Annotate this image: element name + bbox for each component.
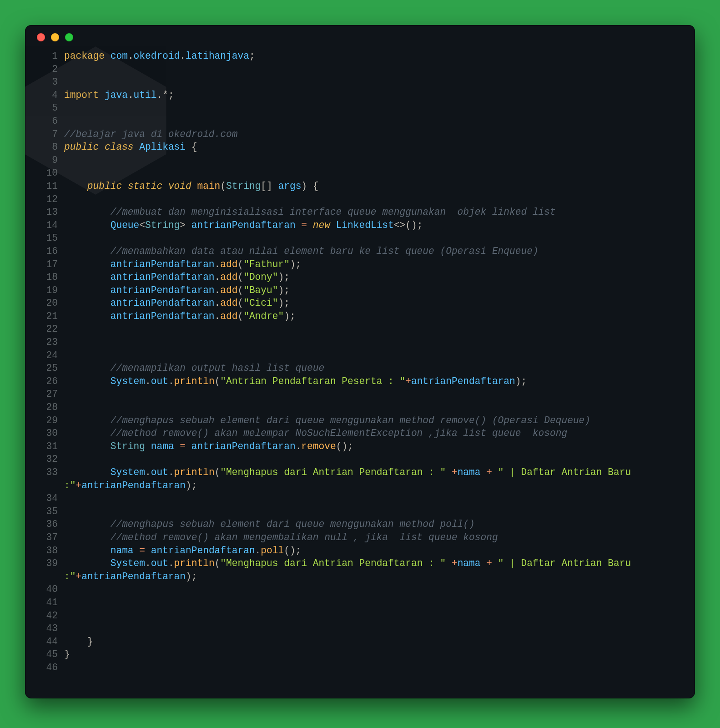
- line-code[interactable]: [64, 583, 681, 596]
- line-code[interactable]: [64, 609, 681, 622]
- line-code[interactable]: [64, 154, 681, 167]
- line-code[interactable]: [64, 492, 681, 505]
- line-number: 2: [39, 63, 64, 76]
- line-number: 9: [39, 154, 64, 167]
- code-line: 44 }: [39, 635, 681, 648]
- line-code[interactable]: package com.okedroid.latihanjava;: [64, 50, 681, 63]
- line-number: 32: [39, 453, 64, 466]
- line-code[interactable]: System.out.println("Antrian Pendaftaran …: [64, 375, 681, 388]
- line-code[interactable]: [64, 101, 681, 115]
- code-line: 3: [39, 76, 681, 89]
- line-code[interactable]: //menampilkan output hasil list queue: [64, 362, 681, 375]
- line-code[interactable]: public class Aplikasi {: [64, 141, 681, 154]
- code-line: 26 System.out.println("Antrian Pendaftar…: [39, 375, 681, 388]
- window-close-dot[interactable]: [37, 33, 45, 41]
- line-code[interactable]: import java.util.*;: [64, 89, 681, 102]
- line-code[interactable]: [64, 193, 681, 206]
- line-code[interactable]: [64, 336, 681, 349]
- line-number: 27: [39, 388, 64, 401]
- line-code[interactable]: //menambahkan data atau nilai element ba…: [64, 245, 681, 258]
- code-line: 12: [39, 193, 681, 206]
- line-code[interactable]: antrianPendaftaran.add("Bayu");: [64, 284, 681, 297]
- line-code[interactable]: System.out.println("Menghapus dari Antri…: [64, 557, 681, 583]
- line-code[interactable]: Queue<String> antrianPendaftaran = new L…: [64, 219, 681, 232]
- code-line: 8public class Aplikasi {: [39, 141, 681, 154]
- line-number: 26: [39, 375, 64, 388]
- line-code[interactable]: //membuat dan menginisialisasi interface…: [64, 206, 681, 219]
- code-area[interactable]: 1package com.okedroid.latihanjava;2 3 4i…: [25, 50, 695, 683]
- line-number: 11: [39, 180, 64, 193]
- line-code[interactable]: antrianPendaftaran.add("Cici");: [64, 297, 681, 310]
- code-line: 46: [39, 661, 681, 674]
- line-code[interactable]: }: [64, 635, 681, 648]
- line-code[interactable]: [64, 232, 681, 245]
- line-number: 45: [39, 648, 64, 661]
- line-number: 42: [39, 609, 64, 622]
- code-line: 22: [39, 323, 681, 336]
- line-number: 33: [39, 466, 64, 479]
- code-line: 45}: [39, 648, 681, 661]
- code-line: 30 //method remove() akan melempar NoSuc…: [39, 427, 681, 440]
- line-code[interactable]: //menghapus sebuah element dari queue me…: [64, 518, 681, 531]
- line-number: 43: [39, 622, 64, 635]
- line-code[interactable]: nama = antrianPendaftaran.poll();: [64, 544, 681, 557]
- code-line: 34: [39, 492, 681, 505]
- line-code[interactable]: [64, 505, 681, 518]
- line-code[interactable]: [64, 401, 681, 414]
- line-code[interactable]: [64, 622, 681, 635]
- code-line: 28: [39, 401, 681, 414]
- line-number: 17: [39, 258, 64, 271]
- line-code[interactable]: public static void main(String[] args) {: [64, 180, 681, 193]
- line-number: 34: [39, 492, 64, 505]
- line-number: 36: [39, 518, 64, 531]
- line-code[interactable]: //method remove() akan melempar NoSuchEl…: [64, 427, 681, 440]
- line-code[interactable]: }: [64, 648, 681, 661]
- line-code[interactable]: String nama = antrianPendaftaran.remove(…: [64, 440, 681, 453]
- code-line: 23: [39, 336, 681, 349]
- line-number: 46: [39, 661, 64, 674]
- line-code[interactable]: System.out.println("Menghapus dari Antri…: [64, 466, 681, 492]
- line-code[interactable]: //menghapus sebuah element dari queue me…: [64, 414, 681, 427]
- line-code[interactable]: [64, 115, 681, 128]
- line-number: 37: [39, 531, 64, 544]
- code-line: 10: [39, 167, 681, 180]
- line-code[interactable]: [64, 349, 681, 362]
- line-number: 1: [39, 50, 64, 63]
- code-line: 27: [39, 388, 681, 401]
- line-code[interactable]: [64, 76, 681, 89]
- line-number: 20: [39, 297, 64, 310]
- line-code[interactable]: antrianPendaftaran.add("Fathur");: [64, 258, 681, 271]
- line-code[interactable]: //belajar java di okedroid.com: [64, 128, 681, 141]
- line-number: 6: [39, 115, 64, 128]
- line-code[interactable]: //method remove() akan mengembalikan nul…: [64, 531, 681, 544]
- code-line: 2: [39, 63, 681, 76]
- code-line: 38 nama = antrianPendaftaran.poll();: [39, 544, 681, 557]
- line-number: 8: [39, 141, 64, 154]
- line-code[interactable]: [64, 167, 681, 180]
- line-code[interactable]: [64, 323, 681, 336]
- code-line: 17 antrianPendaftaran.add("Fathur");: [39, 258, 681, 271]
- line-number: 18: [39, 271, 64, 284]
- line-number: 24: [39, 349, 64, 362]
- line-number: 4: [39, 89, 64, 102]
- line-number: 12: [39, 193, 64, 206]
- line-number: 5: [39, 101, 64, 115]
- line-code[interactable]: [64, 63, 681, 76]
- line-code[interactable]: [64, 596, 681, 609]
- line-code[interactable]: [64, 453, 681, 466]
- line-code[interactable]: [64, 388, 681, 401]
- line-number: 22: [39, 323, 64, 336]
- line-number: 13: [39, 206, 64, 219]
- line-number: 29: [39, 414, 64, 427]
- line-code[interactable]: [64, 661, 681, 674]
- line-code[interactable]: antrianPendaftaran.add("Dony");: [64, 271, 681, 284]
- line-number: 40: [39, 583, 64, 596]
- line-number: 44: [39, 635, 64, 648]
- window-zoom-dot[interactable]: [65, 33, 73, 41]
- code-line: 16 //menambahkan data atau nilai element…: [39, 245, 681, 258]
- code-line: 35: [39, 505, 681, 518]
- line-number: 19: [39, 284, 64, 297]
- line-code[interactable]: antrianPendaftaran.add("Andre");: [64, 310, 681, 323]
- line-number: 21: [39, 310, 64, 323]
- window-minimize-dot[interactable]: [51, 33, 59, 41]
